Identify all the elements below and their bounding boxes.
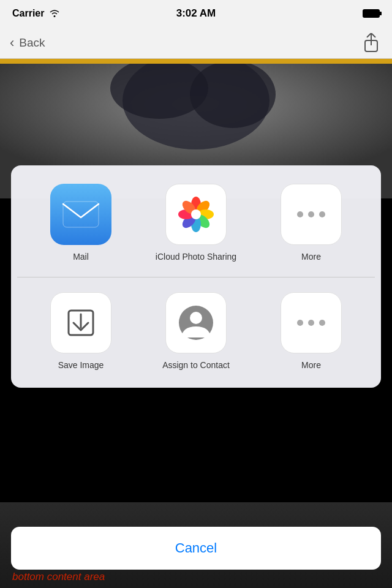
accent-bar (0, 59, 392, 64)
svg-rect-7 (63, 202, 99, 227)
svg-point-20 (190, 312, 202, 324)
more1-label: More (301, 251, 321, 262)
share-button[interactable] (360, 32, 382, 54)
bottom-text: bottom content area (12, 571, 105, 582)
more1-icon-wrap (281, 184, 342, 245)
bottom-text-area: bottom content area (12, 571, 105, 583)
more2-label: More (301, 360, 321, 371)
nav-bar: ‹ Back (0, 27, 392, 59)
back-label: Back (19, 36, 45, 50)
cancel-button[interactable]: Cancel (11, 527, 381, 570)
action-row: Save Image Assign to Contact (11, 277, 381, 388)
action-item-save-image[interactable]: Save Image (38, 292, 124, 371)
share-icon (363, 33, 379, 53)
back-chevron-icon: ‹ (10, 35, 14, 51)
assign-contact-label: Assign to Contact (162, 360, 230, 371)
svg-rect-6 (63, 202, 99, 227)
assign-contact-icon (176, 303, 216, 342)
action-item-more2[interactable]: More (268, 292, 354, 371)
icloud-photo-icon (174, 192, 218, 236)
svg-point-5 (190, 64, 276, 128)
save-image-icon-wrap (50, 292, 111, 353)
mail-icon-wrap (50, 184, 111, 245)
share-item-icloud[interactable]: iCloud Photo Sharing (153, 184, 239, 262)
icloud-icon-wrap (165, 184, 227, 245)
back-button[interactable]: ‹ Back (10, 35, 45, 51)
three-dots-icon (297, 211, 325, 217)
more2-icon-wrap (281, 292, 342, 353)
share-sheet: Mail (11, 165, 381, 388)
wifi-icon (49, 9, 60, 19)
carrier-label: Carrier (12, 8, 44, 19)
status-right (363, 9, 380, 18)
share-item-more1[interactable]: More (268, 184, 354, 262)
cancel-label: Cancel (175, 540, 217, 556)
three-dots-2-icon (297, 320, 325, 326)
share-item-mail[interactable]: Mail (38, 184, 124, 262)
action-item-assign-contact[interactable]: Assign to Contact (153, 292, 239, 371)
mail-label: Mail (73, 251, 89, 262)
status-bar: Carrier 3:02 AM (0, 0, 392, 27)
save-image-icon (65, 306, 97, 340)
battery-icon (363, 9, 380, 18)
svg-point-16 (191, 209, 201, 219)
status-time: 3:02 AM (176, 7, 216, 20)
assign-contact-icon-wrap (165, 292, 227, 353)
icloud-label: iCloud Photo Sharing (156, 251, 236, 262)
save-image-label: Save Image (58, 360, 104, 371)
mail-envelope-icon (62, 200, 100, 228)
share-row-1: Mail (11, 165, 381, 277)
status-left: Carrier (12, 8, 60, 19)
